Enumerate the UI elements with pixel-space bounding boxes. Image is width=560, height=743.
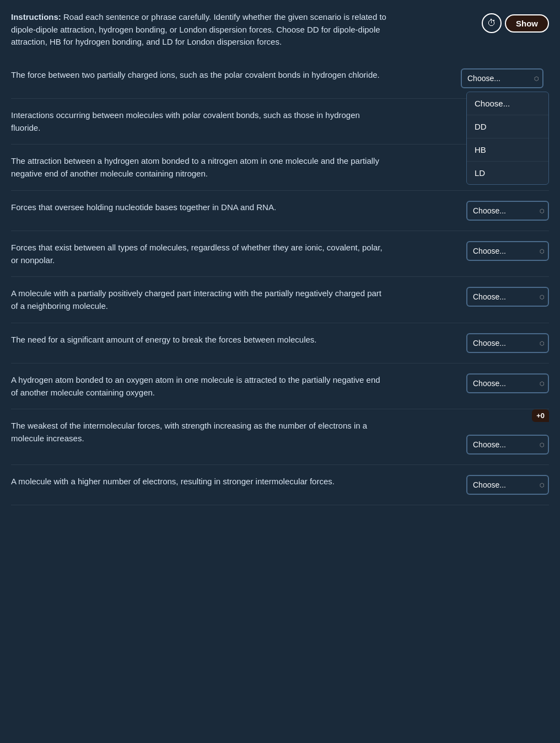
timer-show-group: ⏱ Show xyxy=(482,13,549,33)
question-text-5: Forces that exist between all types of m… xyxy=(11,241,386,267)
page-container: Instructions: Road each sentence or phra… xyxy=(0,0,560,527)
question-text-3: The attraction between a hydrogen atom b… xyxy=(11,154,386,180)
instructions-label: Instructions: xyxy=(11,12,61,22)
q9-right: +0 Choose... DD HB LD xyxy=(466,419,549,455)
questions-section: The force between two partially charged … xyxy=(11,58,549,506)
instructions-text: Instructions: Road each sentence or phra… xyxy=(11,11,397,49)
header-row: Instructions: Road each sentence or phra… xyxy=(11,11,549,49)
question-text-10: A molecule with a higher number of elect… xyxy=(11,475,386,488)
table-row: The weakest of the intermolecular forces… xyxy=(11,409,549,465)
select-wrapper-9: Choose... DD HB LD xyxy=(466,435,549,455)
question-text-2: Interactions occurring between molecules… xyxy=(11,109,386,135)
select-wrapper-6: Choose... DD HB LD xyxy=(466,287,549,307)
select-wrapper-5: Choose... DD HB LD xyxy=(466,241,549,261)
question-text-1: The force between two partially charged … xyxy=(11,68,386,81)
dropdown-item-hb[interactable]: HB xyxy=(467,138,548,162)
timer-button[interactable]: ⏱ xyxy=(482,13,502,33)
question-6-select[interactable]: Choose... DD HB LD xyxy=(466,287,549,307)
select-wrapper-8: Choose... DD HB LD xyxy=(466,373,549,393)
dropdown-item-dd[interactable]: DD xyxy=(467,115,548,138)
table-row: A molecule with a partially positively c… xyxy=(11,277,549,323)
question-text-4: Forces that oversee holding nucleotide b… xyxy=(11,201,386,213)
question-10-select[interactable]: Choose... DD HB LD xyxy=(466,475,549,495)
question-text-7: The need for a significant amount of ene… xyxy=(11,333,386,346)
dropdown-item-ld[interactable]: LD xyxy=(467,162,548,184)
table-row: A hydrogen atom bonded to an oxygen atom… xyxy=(11,364,549,410)
dropdown-item-choose[interactable]: Choose... xyxy=(467,92,548,115)
question-8-select[interactable]: Choose... DD HB LD xyxy=(466,373,549,393)
question-9-select[interactable]: Choose... DD HB LD xyxy=(466,435,549,455)
select-wrapper-4: Choose... DD HB LD xyxy=(466,201,549,221)
select-wrapper-1: Choose... DD HB LD xyxy=(461,68,543,88)
timer-icon: ⏱ xyxy=(487,18,496,28)
instructions-body: Road each sentence or phrase carefully. … xyxy=(11,12,386,46)
score-badge: +0 xyxy=(532,409,549,422)
select-wrapper-7: Choose... DD HB LD xyxy=(466,333,549,353)
table-row: Forces that oversee holding nucleotide b… xyxy=(11,191,549,231)
table-row: A molecule with a higher number of elect… xyxy=(11,465,549,505)
question-text-9: The weakest of the intermolecular forces… xyxy=(11,419,386,445)
question-7-select[interactable]: Choose... DD HB LD xyxy=(466,333,549,353)
question-text-8: A hydrogen atom bonded to an oxygen atom… xyxy=(11,373,386,399)
select-wrapper-10: Choose... DD HB LD xyxy=(466,475,549,495)
question-4-select[interactable]: Choose... DD HB LD xyxy=(466,201,549,221)
table-row: Forces that exist between all types of m… xyxy=(11,231,549,277)
dropdown-menu-1: Choose... DD HB LD xyxy=(466,92,549,185)
dropdown-container-1: Choose... DD HB LD Choose... DD HB LD xyxy=(461,68,549,88)
table-row: The force between two partially charged … xyxy=(11,58,549,99)
question-5-select[interactable]: Choose... DD HB LD xyxy=(466,241,549,261)
question-text-6: A molecule with a partially positively c… xyxy=(11,287,386,313)
table-row: The need for a significant amount of ene… xyxy=(11,323,549,364)
show-button[interactable]: Show xyxy=(505,14,549,33)
question-1-select[interactable]: Choose... DD HB LD xyxy=(461,68,543,88)
